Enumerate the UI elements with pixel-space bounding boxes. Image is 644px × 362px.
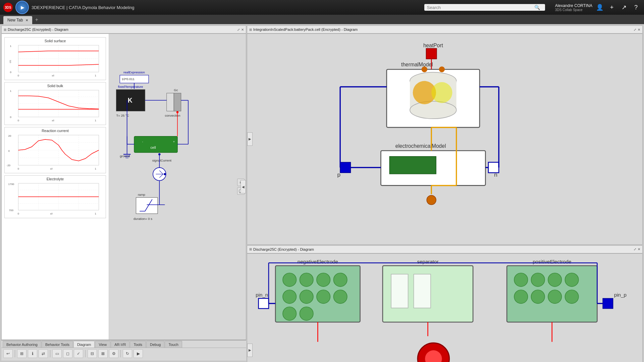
left-panel-header: ⊞ Discharge25C (Encrypted) - Diagram ⤢ ✕: [1, 25, 246, 34]
right-top-header: ⊞ IntegrationInScaledPack:batteryPack.ce…: [247, 25, 643, 34]
toolbar-connect-button[interactable]: ⊟: [88, 349, 97, 358]
svg-rect-59: [167, 93, 174, 111]
toolbar-info-button[interactable]: ℹ: [28, 349, 37, 358]
svg-text:10*0.011: 10*0.011: [122, 77, 135, 81]
svg-rect-148: [259, 298, 269, 308]
svg-text:duration= 0 s: duration= 0 s: [133, 217, 152, 221]
search-input[interactable]: [427, 5, 534, 10]
reaction-current-chart: Reaction current 20 0 -20 0 1 x/l: [4, 127, 106, 173]
svg-point-143: [514, 290, 528, 303]
right-top-expand-left[interactable]: ▶: [247, 132, 253, 146]
tab-new-tab[interactable]: New Tab ✕: [3, 16, 32, 24]
toolbar-ellipse-button[interactable]: ◻: [63, 349, 72, 358]
right-bottom-expand-left[interactable]: ▶: [247, 344, 253, 357]
svg-text:x/l: x/l: [50, 213, 53, 215]
svg-point-124: [300, 273, 313, 286]
svg-rect-151: [603, 298, 613, 308]
right-panel: ⊞ IntegrationInScaledPack:batteryPack.ce…: [247, 25, 643, 361]
play-button[interactable]: [15, 1, 29, 14]
right-bottom-svg: negativeElectrode separator: [247, 254, 642, 362]
svg-text:K: K: [128, 97, 132, 104]
right-top-restore-button[interactable]: ⤢: [634, 28, 636, 32]
svg-point-128: [300, 290, 313, 303]
toolbar-tab-debug[interactable]: Debug: [146, 341, 164, 348]
solid-bulk-svg: 1 0 0 1 x/l: [6, 88, 104, 122]
logo-area: 3DS 3DEXPERIENCE | CATIA Dymola Behavior…: [3, 1, 135, 14]
right-top-icon: ⊞: [249, 28, 252, 32]
toolbar-exchange-button[interactable]: ⇄: [39, 349, 48, 358]
search-bar[interactable]: 🔍: [424, 4, 545, 11]
toolbar-check-button[interactable]: ✓: [74, 349, 83, 358]
right-bottom-canvas: ▶ negativeElectrode: [247, 253, 643, 362]
notifications-button[interactable]: 👤: [595, 3, 604, 12]
svg-point-96: [410, 101, 457, 119]
svg-text:thermalModel: thermalModel: [401, 62, 433, 67]
toolbar-tab-view[interactable]: View: [95, 341, 110, 348]
svg-text:pin_n: pin_n: [256, 292, 268, 298]
add-tab-button[interactable]: +: [33, 16, 40, 23]
toolbar-separator-4: [120, 350, 121, 357]
svg-text:ramp: ramp: [138, 193, 145, 196]
left-panel-collapse-button[interactable]: ◀: [240, 180, 246, 193]
toolbar-tab-behavior-tools[interactable]: Behavior Tools: [42, 341, 73, 348]
right-bottom-close-button[interactable]: ✕: [638, 247, 640, 251]
toolbar-tab-behavior-authoring[interactable]: Behavior Authoring: [3, 341, 41, 348]
help-button[interactable]: ?: [631, 3, 641, 12]
reaction-current-svg: 20 0 -20 0 1 x/l: [6, 133, 104, 170]
toolbar-tab-touch[interactable]: Touch: [165, 341, 182, 348]
share-button[interactable]: ↗: [619, 3, 629, 12]
svg-text:1: 1: [95, 74, 97, 77]
svg-point-141: [548, 273, 561, 286]
toolbar-layout-button[interactable]: ⊠: [98, 349, 108, 358]
svg-rect-62: [134, 136, 177, 153]
user-info: Alexandre CORTINA 3DS Collab Space: [555, 3, 592, 12]
solid-bulk-title: Solid bulk: [6, 84, 104, 88]
toolbar-settings-button[interactable]: ⚙: [109, 349, 118, 358]
svg-text:0: 0: [8, 149, 10, 153]
right-bottom-title: Discharge25C (Encrypted) - Diagram: [253, 247, 314, 251]
left-diagram-content: Solid surface 1 0 0 1 c/c x/l: [1, 34, 246, 340]
solid-surface-chart: Solid surface 1 0 0 1 c/c x/l: [4, 37, 106, 80]
svg-rect-60: [174, 93, 181, 111]
svg-text:realExpression: realExpression: [123, 70, 145, 74]
right-top-panel: ⊞ IntegrationInScaledPack:batteryPack.ce…: [247, 25, 643, 245]
left-panel-close-button[interactable]: ✕: [241, 28, 244, 32]
toolbar-separator-1: [15, 350, 15, 357]
svg-text:-20: -20: [7, 164, 11, 167]
svg-point-89: [158, 153, 160, 155]
left-panel: ⊞ Discharge25C (Encrypted) - Diagram ⤢ ✕…: [1, 25, 246, 361]
left-panel-restore-button[interactable]: ⤢: [237, 28, 240, 32]
svg-text:fixedTemperature: fixedTemperature: [118, 85, 143, 88]
svg-rect-104: [389, 157, 436, 174]
toolbar-buttons: ↩ ⊞ ℹ ⇄ ▭ ◻ ✓ ⊟ ⊠ ⚙ ↻ ▶: [1, 348, 246, 359]
svg-text:0: 0: [18, 74, 19, 77]
toolbar-arrow-button[interactable]: ▶: [133, 349, 143, 358]
svg-text:1700: 1700: [8, 183, 14, 186]
tabbar: New Tab ✕ +: [0, 15, 644, 24]
left-panel-title: Discharge25C (Encrypted) - Diagram: [8, 27, 68, 32]
right-top-close-button[interactable]: ✕: [638, 28, 640, 32]
toolbar-rect-button[interactable]: ▭: [52, 349, 62, 358]
toolbar-tab-tools[interactable]: Tools: [130, 341, 146, 348]
svg-text:700: 700: [9, 209, 14, 212]
toolbar-tab-diagram[interactable]: Diagram: [73, 341, 95, 348]
left-schematic-svg: realExpression 10*0.011 fixedTemperature…: [109, 34, 246, 340]
search-icon: 🔍: [534, 5, 540, 10]
svg-text:1: 1: [10, 89, 12, 93]
toolbar-refresh-button[interactable]: ↻: [123, 349, 132, 358]
right-bottom-restore-button[interactable]: ⤢: [634, 247, 636, 251]
right-bottom-panel: ⊞ Discharge25C (Encrypted) - Diagram ⤢ ✕…: [247, 245, 643, 362]
svg-text:0: 0: [18, 212, 19, 215]
toolbar-back-button[interactable]: ↩: [3, 349, 13, 358]
tab-close-icon[interactable]: ✕: [25, 18, 28, 22]
svg-point-125: [317, 273, 330, 286]
left-panel-icon: ⊞: [4, 28, 6, 32]
right-bottom-icon: ⊞: [249, 247, 252, 251]
add-button[interactable]: +: [607, 3, 616, 12]
reaction-current-title: Reaction current: [6, 129, 104, 133]
right-bottom-header: ⊞ Discharge25C (Encrypted) - Diagram ⤢ ✕: [247, 245, 643, 253]
electrolyte-chart: Electrolyte 1700 700 0 1 x/l: [4, 175, 106, 218]
toolbar-component-button[interactable]: ⊞: [17, 349, 26, 358]
toolbar-tab-ar-vr[interactable]: AR-VR: [111, 341, 129, 348]
svg-text:c/c: c/c: [9, 60, 11, 63]
